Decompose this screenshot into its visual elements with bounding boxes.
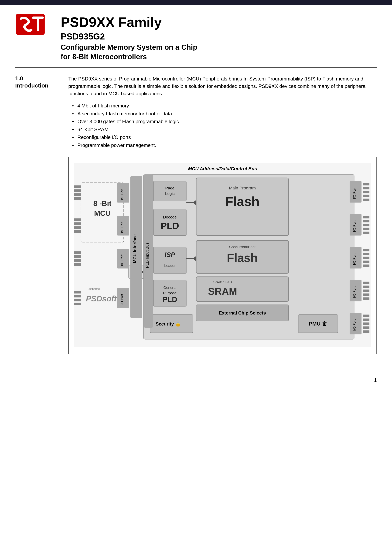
title-area: PSD9XX Family PSD935G2 Configurable Memo… — [61, 13, 377, 61]
svg-text:Purpose: Purpose — [163, 291, 177, 295]
svg-text:PLD: PLD — [161, 220, 179, 231]
svg-text:I/O Port: I/O Port — [120, 254, 124, 266]
bullet-item: A secondary Flash memory for boot or dat… — [72, 110, 377, 118]
svg-rect-83 — [363, 281, 370, 284]
main-content: The PSD9XX series of Programmable Microc… — [68, 75, 377, 354]
svg-text:General: General — [163, 286, 176, 290]
svg-rect-77 — [363, 232, 370, 234]
top-section: PSD9XX Family PSD935G2 Configurable Memo… — [0, 5, 392, 67]
svg-rect-104 — [74, 263, 81, 266]
bullet-item: Over 3,000 gates of Flash programmable l… — [72, 118, 377, 126]
svg-rect-72 — [363, 198, 370, 201]
svg-text:PLD Input Bus: PLD Input Bus — [145, 242, 149, 268]
svg-text:MCU Interface: MCU Interface — [132, 234, 137, 263]
svg-rect-105 — [74, 291, 81, 293]
svg-rect-73 — [363, 216, 370, 218]
sidebar: 1.0 Introduction — [15, 75, 57, 354]
svg-text:Flash: Flash — [225, 194, 259, 209]
svg-rect-87 — [363, 297, 370, 300]
svg-rect-85 — [363, 289, 370, 292]
svg-rect-95 — [74, 193, 81, 196]
svg-text:Decode: Decode — [163, 215, 177, 219]
svg-rect-80 — [363, 256, 370, 259]
product-model: PSD935G2 — [61, 31, 377, 42]
svg-text:I/O Port: I/O Port — [120, 221, 124, 233]
svg-text:I/O Port: I/O Port — [120, 294, 124, 305]
svg-text:PLD: PLD — [163, 295, 177, 304]
diagram-container: MCU Address/Data/Control Bus 8 -Bit MCU … — [68, 157, 377, 354]
svg-rect-99 — [74, 226, 81, 229]
svg-text:External Chip Selects: External Chip Selects — [219, 310, 266, 315]
svg-rect-93 — [74, 185, 81, 188]
svg-rect-90 — [363, 322, 370, 325]
svg-rect-97 — [74, 218, 81, 221]
page-number: 1 — [374, 377, 377, 383]
svg-rect-94 — [74, 189, 81, 192]
footer-row: 1 — [0, 377, 392, 383]
svg-rect-81 — [363, 260, 370, 263]
svg-text:I/O Port: I/O Port — [353, 286, 356, 298]
svg-rect-76 — [363, 227, 370, 230]
logo-container — [15, 13, 49, 37]
svg-rect-103 — [74, 259, 81, 262]
product-description: Configurable Memory System on a Chip for… — [61, 43, 377, 61]
footer-line — [15, 373, 377, 373]
svg-rect-70 — [363, 190, 370, 193]
svg-text:MCU: MCU — [94, 209, 111, 217]
svg-text:I/O Port: I/O Port — [353, 188, 356, 199]
bullet-item: Reconfigurable I/O ports — [72, 133, 377, 141]
header-bar — [0, 0, 392, 5]
intro-text: The PSD9XX series of Programmable Microc… — [68, 75, 377, 97]
svg-rect-69 — [363, 187, 370, 189]
svg-rect-84 — [363, 285, 370, 288]
svg-text:MCU Address/Data/Control Bus: MCU Address/Data/Control Bus — [188, 166, 257, 171]
svg-text:I/O Port: I/O Port — [353, 253, 356, 265]
svg-rect-74 — [363, 220, 370, 222]
svg-rect-78 — [363, 249, 370, 251]
svg-rect-89 — [363, 319, 370, 321]
svg-text:Supported: Supported — [87, 287, 100, 290]
svg-rect-68 — [363, 183, 370, 185]
svg-text:I/O Port: I/O Port — [353, 319, 356, 331]
svg-rect-82 — [363, 264, 370, 267]
content-section: 1.0 Introduction The PSD9XX series of Pr… — [0, 68, 392, 362]
block-diagram: MCU Address/Data/Control Bus 8 -Bit MCU … — [74, 163, 371, 348]
svg-rect-86 — [363, 293, 370, 296]
svg-text:Page: Page — [165, 186, 174, 190]
svg-text:Loader: Loader — [164, 263, 176, 267]
svg-rect-88 — [363, 314, 370, 317]
bullet-list: 4 Mbit of Flash memory A secondary Flash… — [72, 102, 377, 149]
product-family: PSD9XX Family — [61, 15, 377, 30]
svg-text:ISP: ISP — [165, 251, 175, 258]
svg-rect-106 — [74, 295, 81, 297]
svg-rect-96 — [74, 197, 81, 200]
bullet-item: 64 Kbit SRAM — [72, 126, 377, 134]
svg-rect-91 — [363, 326, 370, 329]
svg-text:PMU 🗑: PMU 🗑 — [309, 321, 327, 327]
svg-text:Flash: Flash — [227, 251, 258, 264]
bullet-item: 4 Mbit of Flash memory — [72, 102, 377, 110]
svg-rect-71 — [363, 195, 370, 197]
svg-rect-79 — [363, 253, 370, 255]
svg-text:8 -Bit: 8 -Bit — [93, 199, 112, 207]
svg-rect-101 — [74, 251, 81, 254]
section-number: 1.0 — [15, 75, 57, 82]
svg-rect-102 — [74, 255, 81, 258]
svg-text:I/O Port: I/O Port — [353, 220, 356, 232]
bullet-item: Programmable power management. — [72, 141, 377, 149]
svg-text:SRAM: SRAM — [208, 286, 237, 297]
svg-text:Logic: Logic — [165, 191, 174, 196]
svg-rect-75 — [363, 224, 370, 226]
svg-rect-24 — [153, 181, 187, 201]
svg-rect-108 — [74, 303, 81, 305]
svg-rect-107 — [74, 299, 81, 301]
section-title: Introduction — [15, 82, 57, 89]
svg-rect-98 — [74, 222, 81, 225]
svg-rect-92 — [363, 330, 370, 333]
st-logo — [15, 13, 45, 36]
svg-text:I/O Port: I/O Port — [120, 189, 124, 200]
svg-rect-100 — [74, 230, 81, 233]
svg-text:Security 🔒: Security 🔒 — [156, 321, 181, 327]
svg-text:Main Program: Main Program — [229, 185, 256, 190]
svg-text:Concurrent/Boot: Concurrent/Boot — [229, 245, 256, 249]
